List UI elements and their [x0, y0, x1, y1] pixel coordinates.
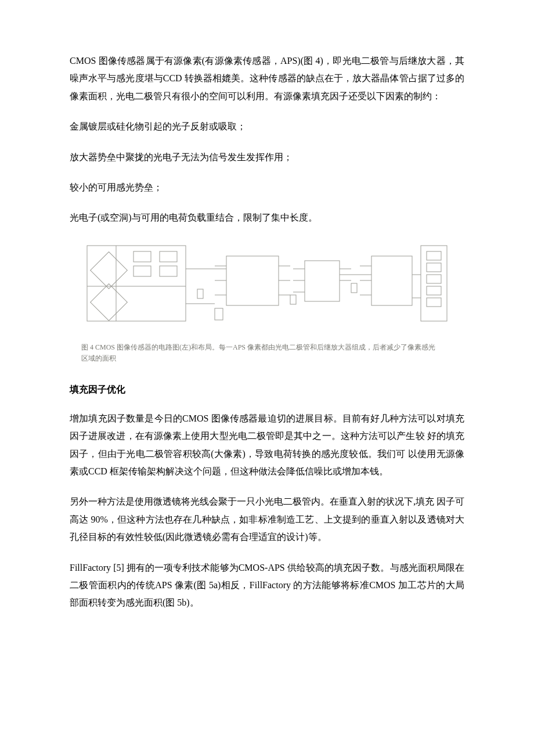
page: CMOS 图像传感器属于有源像素(有源像素传感器，APS)(图 4)，即光电二极… [0, 0, 534, 756]
paragraph-intro: CMOS 图像传感器属于有源像素(有源像素传感器，APS)(图 4)，即光电二极… [70, 52, 464, 105]
caption-line-2: 区域的面积 [81, 354, 116, 362]
paragraph-3: 另外一种方法是使用微透镜将光线会聚于一只小光电二极管内。在垂直入射的状况下,填充… [70, 493, 464, 546]
bullet-4: 光电子(或空洞)与可用的电荷负载重结合，限制了集中长度。 [70, 209, 464, 226]
figure-4: 图 4 CMOS 图像传感器的电路图(左)和布局。每一APS 像素都由光电二极管… [70, 240, 464, 365]
heading-fill-factor: 填充因子优化 [70, 381, 464, 398]
paragraph-2: 增加填充因子数量是今日的CMOS 图像传感器最迫切的进展目标。目前有好几种方法可… [70, 410, 464, 481]
circuit-schematic-icon [81, 240, 453, 333]
caption-line-1: 图 4 CMOS 图像传感器的电路图(左)和布局。每一APS 像素都由光电二极管… [81, 343, 435, 351]
bullet-2: 放大器势垒中聚拢的光电子无法为信号发生发挥作用； [70, 149, 464, 166]
figure-4-caption: 图 4 CMOS 图像传感器的电路图(左)和布局。每一APS 像素都由光电二极管… [81, 342, 453, 364]
bullet-3: 较小的可用感光势垒； [70, 179, 464, 196]
bullet-1: 金属镀层或硅化物引起的光子反射或吸取； [70, 118, 464, 135]
paragraph-4: FillFactory [5] 拥有的一项专利技术能够为CMOS-APS 供给较… [70, 559, 464, 612]
